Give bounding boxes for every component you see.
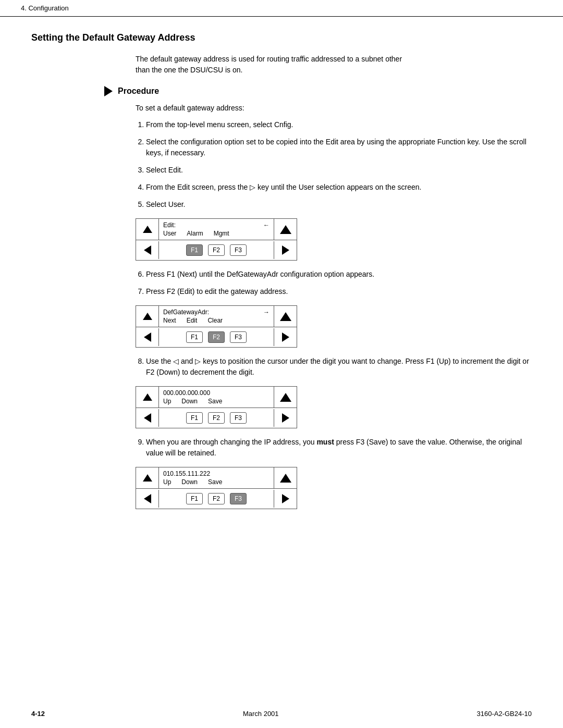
menu-item-1-1: User	[163, 230, 176, 237]
procedure-heading: Procedure	[104, 86, 532, 96]
screen-area-4: 010.155.111.222 Up Down Save	[159, 467, 274, 488]
screen-label-top-4: 010.155.111.222	[163, 470, 210, 477]
step-7: Press F2 (Edit) to edit the gateway addr…	[146, 286, 532, 297]
header-text: 4. Configuration	[21, 4, 69, 12]
menu-item-3-1: Up	[163, 398, 171, 405]
right-house-btn-4	[274, 467, 297, 488]
f3-btn-4: F3	[230, 493, 247, 504]
right-arrow-btn-4	[274, 490, 297, 508]
procedure-heading-text: Procedure	[118, 87, 159, 96]
screen-area-3: 000.000.000.000 Up Down Save	[159, 387, 274, 408]
step-4: From the Edit screen, press the ▷ key un…	[146, 182, 532, 193]
right-house-btn-3	[274, 387, 297, 408]
steps-list-4: When you are through changing the IP add…	[136, 437, 532, 459]
right-triangle-icon-4	[282, 494, 289, 503]
house-icon-4	[280, 474, 291, 483]
fn-buttons-1: F1 F2 F3	[159, 240, 274, 260]
menu-item-3-2: Down	[181, 398, 198, 405]
f1-btn-2: F1	[186, 331, 203, 343]
up-triangle-icon-2	[143, 313, 152, 320]
f2-btn-2: F2	[208, 331, 225, 343]
fn-buttons-2: F1 F2 F3	[159, 327, 274, 347]
screen-label-arrow-1: ←	[263, 221, 270, 229]
steps-list-2: Press F1 (Next) until the DefGatewayAdr …	[136, 269, 532, 297]
left-arrow-btn-4	[136, 490, 159, 508]
section-title: Setting the Default Gateway Address	[31, 32, 532, 43]
page-footer: 4-12 March 2001 3160-A2-GB24-10	[0, 710, 563, 718]
menu-item-2-3: Clear	[207, 317, 223, 324]
left-triangle-icon-3	[144, 413, 151, 423]
up-arrow-btn-1	[136, 219, 159, 240]
up-arrow-btn-4	[136, 467, 159, 488]
left-triangle-icon-1	[144, 245, 151, 255]
right-arrow-btn-2	[274, 328, 297, 346]
screen-label-top-1: Edit:	[163, 221, 176, 229]
screen-label-top-2: DefGatewayAdr:	[163, 309, 209, 316]
steps-list: From the top-level menu screen, select C…	[136, 119, 532, 210]
device-diagram-3: 000.000.000.000 Up Down Save F1 F2 F3	[136, 386, 297, 428]
right-arrow-btn-1	[274, 241, 297, 259]
up-triangle-icon-3	[143, 393, 152, 401]
footer-page-number: 4-12	[31, 710, 45, 718]
f1-btn-4: F1	[186, 493, 203, 504]
footer-doc-number: 3160-A2-GB24-10	[476, 710, 532, 718]
menu-item-4-2: Down	[181, 478, 198, 486]
up-triangle-icon-1	[143, 226, 152, 233]
page-content: Setting the Default Gateway Address The …	[0, 17, 563, 549]
screen-area-2: DefGatewayAdr: → Next Edit Clear	[159, 306, 274, 327]
screen-label-top-3: 000.000.000.000	[163, 389, 210, 397]
up-arrow-btn-3	[136, 387, 159, 408]
step-5: Select User.	[146, 199, 532, 210]
menu-item-4-1: Up	[163, 478, 171, 486]
intro-text: The default gateway address is used for …	[136, 54, 532, 76]
footer-date: March 2001	[243, 710, 279, 718]
menu-item-1-2: Alarm	[187, 230, 203, 237]
procedure-intro: To set a default gateway address:	[136, 104, 532, 112]
right-triangle-icon-2	[282, 332, 289, 342]
left-triangle-icon-2	[144, 332, 151, 342]
right-triangle-icon-3	[282, 413, 289, 423]
f3-btn-1: F3	[230, 244, 247, 256]
screen-label-arrow-2: →	[263, 309, 270, 316]
f1-btn-1: F1	[186, 244, 203, 256]
page-header: 4. Configuration	[0, 0, 563, 17]
house-icon-3	[280, 393, 291, 402]
step-6: Press F1 (Next) until the DefGatewayAdr …	[146, 269, 532, 280]
f3-btn-2: F3	[230, 331, 247, 343]
fn-buttons-3: F1 F2 F3	[159, 408, 274, 428]
step-3: Select Edit.	[146, 165, 532, 176]
fn-buttons-4: F1 F2 F3	[159, 489, 274, 509]
device-diagram-4: 010.155.111.222 Up Down Save F1 F2 F3	[136, 467, 297, 509]
right-house-btn-2	[274, 306, 297, 327]
step-2: Select the configuration option set to b…	[146, 137, 532, 158]
f2-btn-3: F2	[208, 412, 225, 424]
menu-item-3-3: Save	[208, 398, 222, 405]
procedure-arrow-icon	[104, 86, 113, 96]
house-icon-2	[280, 312, 291, 321]
right-triangle-icon-1	[282, 245, 289, 255]
device-diagram-2: DefGatewayAdr: → Next Edit Clear F1 F2	[136, 305, 297, 348]
device-diagram-1: Edit: ← User Alarm Mgmt F1 F2 F3	[136, 218, 297, 261]
f1-btn-3: F1	[186, 412, 203, 424]
steps-list-3: Use the ◁ and ▷ keys to position the cur…	[136, 356, 532, 378]
f3-btn-3: F3	[230, 412, 247, 424]
f2-btn-1: F2	[208, 244, 225, 256]
up-triangle-icon-4	[143, 474, 152, 482]
up-arrow-btn-2	[136, 306, 159, 327]
screen-area-1: Edit: ← User Alarm Mgmt	[159, 219, 274, 240]
menu-item-1-3: Mgmt	[214, 230, 229, 237]
left-triangle-icon-4	[144, 494, 151, 503]
bold-must: must	[316, 438, 334, 446]
f2-btn-4: F2	[208, 493, 225, 504]
left-arrow-btn-3	[136, 409, 159, 427]
menu-item-4-3: Save	[208, 478, 222, 486]
house-icon-1	[280, 225, 291, 234]
step-9: When you are through changing the IP add…	[146, 437, 532, 459]
menu-item-2-1: Next	[163, 317, 176, 324]
left-arrow-btn-2	[136, 328, 159, 346]
step-8: Use the ◁ and ▷ keys to position the cur…	[146, 356, 532, 378]
menu-item-2-2: Edit	[187, 317, 198, 324]
right-arrow-btn-3	[274, 409, 297, 427]
step-1: From the top-level menu screen, select C…	[146, 119, 532, 130]
right-house-btn-1	[274, 219, 297, 240]
